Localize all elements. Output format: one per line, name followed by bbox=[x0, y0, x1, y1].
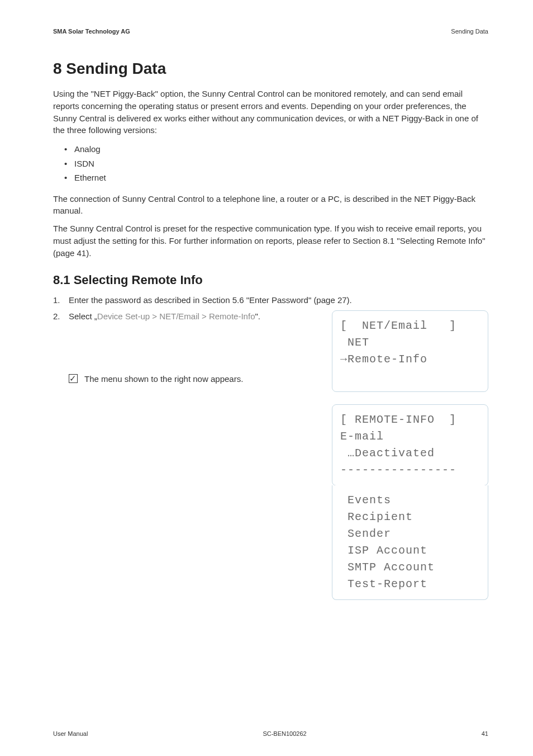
step2-prefix: Select „ bbox=[69, 311, 97, 321]
lcd-line: Recipient bbox=[340, 509, 480, 526]
lcd-line: SMTP Account bbox=[340, 559, 480, 576]
result-text: The menu shown to the right now appears. bbox=[84, 373, 243, 386]
page-header: SMA Solar Technology AG Sending Data bbox=[53, 28, 488, 35]
page-container: SMA Solar Technology AG Sending Data 8 S… bbox=[0, 0, 533, 756]
lcd-line: →Remote-Info bbox=[340, 351, 480, 368]
lcd-line: Test-Report bbox=[340, 576, 480, 593]
screens-column: [ NET/Email ] NET →Remote-Info [ REMOTE-… bbox=[321, 310, 488, 600]
checkbox-checked-icon bbox=[69, 374, 78, 383]
footer-left: User Manual bbox=[53, 730, 88, 737]
chapter-intro-para2: The connection of Sunny Central Control … bbox=[53, 193, 488, 218]
lcd-screen-remote-info-bottom: Events Recipient Sender ISP Account SMTP… bbox=[332, 485, 488, 600]
step2-menu-path: Device Set-up > NET/Email > Remote-Info bbox=[97, 311, 255, 321]
lcd-line: ISP Account bbox=[340, 542, 480, 559]
result-check-row: The menu shown to the right now appears. bbox=[69, 373, 311, 386]
step2-suffix: ". bbox=[255, 311, 260, 321]
lcd-line: E-mail bbox=[340, 428, 480, 445]
lcd-line: Events bbox=[340, 492, 480, 509]
footer-center: SC-BEN100262 bbox=[263, 730, 306, 737]
list-item: Ethernet bbox=[74, 171, 488, 185]
lcd-line: ---------------- bbox=[340, 462, 480, 479]
lcd-line: NET bbox=[340, 334, 480, 351]
lcd-line: …Deactivated bbox=[340, 445, 480, 462]
footer-right: 41 bbox=[482, 730, 488, 737]
list-item: Analog bbox=[74, 142, 488, 157]
chapter-intro-para3: The Sunny Central Control is preset for … bbox=[53, 223, 488, 259]
page-footer: User Manual SC-BEN100262 41 bbox=[53, 730, 488, 737]
lcd-line: Sender bbox=[340, 526, 480, 542]
lcd-line: [ NET/Email ] bbox=[340, 318, 480, 334]
chapter-intro-para1: Using the "NET Piggy-Back" option, the S… bbox=[53, 88, 488, 136]
steps-list: Enter the password as described in Secti… bbox=[53, 294, 488, 600]
section-title-8-1: 8.1 Selecting Remote Info bbox=[53, 273, 488, 287]
lcd-line bbox=[340, 368, 480, 385]
lcd-line: [ REMOTE-INFO ] bbox=[340, 412, 480, 428]
header-company: SMA Solar Technology AG bbox=[53, 28, 130, 35]
lcd-screen-net-email: [ NET/Email ] NET →Remote-Info bbox=[332, 310, 488, 392]
chapter-title: 8 Sending Data bbox=[53, 60, 488, 78]
list-item: ISDN bbox=[74, 157, 488, 171]
version-list: Analog ISDN Ethernet bbox=[53, 142, 488, 185]
header-section: Sending Data bbox=[451, 28, 488, 35]
step-1: Enter the password as described in Secti… bbox=[53, 294, 488, 307]
lcd-screen-remote-info-top: [ REMOTE-INFO ] E-mail …Deactivated ----… bbox=[332, 404, 488, 486]
step-2: Select „Device Set-up > NET/Email > Remo… bbox=[53, 310, 488, 600]
